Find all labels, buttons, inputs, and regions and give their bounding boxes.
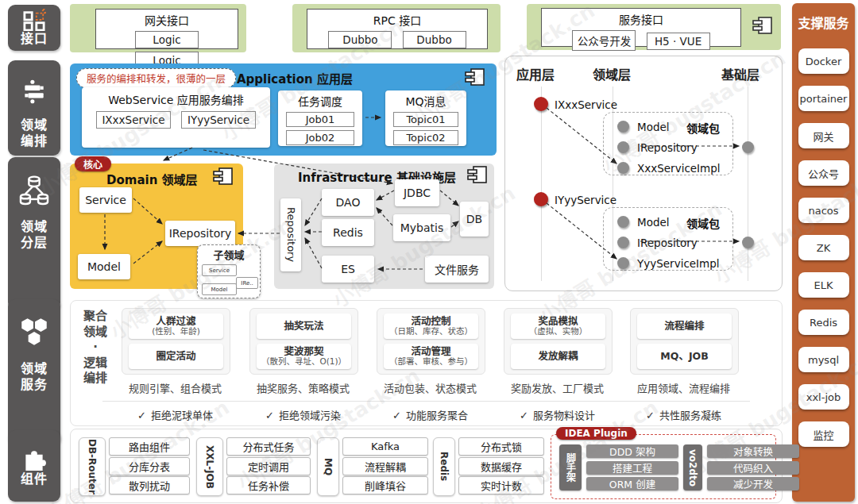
card-title: 圈定活动: [156, 351, 195, 362]
component-icon: [465, 68, 485, 86]
support-services-title: 支撑服务: [798, 13, 848, 32]
sub-ire-box: IRe..: [236, 277, 258, 289]
card-title: 抽奖玩法: [284, 321, 323, 332]
rpc-interface-panel: RPC 接口 Dubbo Dubbo: [292, 4, 500, 52]
sub-domain-box: 子领域 Service IRe.. Model: [197, 244, 261, 298]
xxl-job-items: 分布式任务 定时调用 任务补偿: [226, 437, 311, 494]
agg-card: 发放解耦: [511, 344, 605, 369]
agg-card: 人群过滤 (性别、年龄): [129, 314, 223, 339]
agg-check: ✓功能服务聚合: [361, 407, 500, 422]
support-service-wechat: 公众号: [798, 160, 849, 186]
support-service-zk: ZK: [798, 235, 849, 260]
xxl-job-tile: XXL-JOB: [196, 437, 223, 496]
irepository-label: IRepository: [637, 237, 698, 249]
wechat-dev-button: 公众号开发: [572, 30, 636, 51]
gateway-interface-title: 网关接口: [96, 12, 238, 28]
check-icon: ✓: [265, 410, 274, 421]
impl-dot: [617, 257, 629, 269]
app-layer-header: 应用层: [516, 64, 555, 83]
card-title: 活动控制: [411, 316, 450, 327]
gateway-interface-box: 网关接口 Logic Logic: [95, 9, 238, 49]
check-text: 共性服务凝练: [659, 410, 721, 421]
redis-items: 分布式锁 数据缓存 实时计数: [458, 437, 544, 494]
agg-group-lottery: 抽奖玩法 斐波那契 （散列、寻址、O(1)）: [249, 308, 358, 375]
redis-tile: Redis: [433, 437, 455, 496]
sidebar-item-orchestration: 领域 编排: [8, 60, 60, 156]
agg-card: MQ、JOB: [637, 344, 732, 369]
sidebar-item-domain-services: 领域 服务: [8, 299, 60, 445]
check-text: 拒绝泥球单体: [151, 410, 213, 421]
mq-tile: MQ: [317, 437, 339, 496]
support-service-elk: ELK: [798, 272, 849, 298]
aggregation-panel: 聚合 领域 · 逻辑 编排 人群过滤 (性别、年龄) 圈定活动 抽奖玩法 斐波那…: [70, 300, 783, 426]
agg-card: 流程编排: [637, 314, 732, 339]
plugin-item: 代码织入: [707, 461, 799, 475]
sidebar-item-interface: 接口: [8, 5, 60, 51]
irepository-dot: [617, 237, 629, 248]
card-sub: （部署、审核、参与）: [389, 357, 473, 367]
impl-dot: [617, 162, 629, 174]
service-interface-title: 服务接口: [542, 11, 740, 27]
agg-group-crowd: 人群过滤 (性别、年龄) 圈定活动: [122, 308, 230, 375]
orchestration-icon: [21, 78, 48, 105]
infrastructure-layer-panel: Infrastructure 基础设施层 Repository DAO Redi…: [274, 164, 494, 289]
sidebar-label: 领域 编排: [21, 117, 48, 149]
domain-package-label: 领域包: [686, 120, 720, 136]
support-service-xxljob: xxl-job: [798, 384, 849, 410]
service-interface-box: 服务接口 公众号开发 H5 · VUE: [541, 8, 741, 47]
model-dot: [617, 216, 629, 228]
webservice-box: WebService 应用服务编排 IXxxService IYyyServic…: [82, 87, 270, 148]
db-box: DB: [460, 202, 489, 237]
mq-message-title: MQ消息: [385, 93, 466, 109]
file-service-box: 文件服务: [425, 256, 489, 283]
agg-check: ✓共性服务凝练: [614, 407, 753, 422]
logic-button: Logic: [135, 31, 199, 48]
agg-caption: 活动包装、状态模式: [361, 380, 500, 394]
aggregation-label: 聚合 领域 · 逻辑 编排: [77, 309, 114, 387]
support-services-panel: 支撑服务 Docker portainer 网关 公众号 nacos ZK EL…: [792, 3, 855, 502]
card-sub: (性别、年龄): [152, 327, 200, 337]
iyyyservice-label: IYyyService: [555, 194, 616, 206]
card-title: 人群过滤: [156, 316, 195, 327]
component-item: 实时计数: [458, 476, 544, 494]
idea-plugin-badge: IDEA Plugin: [556, 427, 636, 440]
redis-box: Redis: [322, 219, 374, 246]
app-layer-line: [541, 87, 542, 281]
core-badge: 核心: [75, 156, 111, 171]
component-item: 削峰填谷: [342, 476, 428, 494]
topic01-item: Topic01: [393, 112, 458, 127]
model-box: Model: [78, 254, 130, 279]
irepository-box: IRepository: [165, 221, 235, 246]
check-text: 功能服务聚合: [406, 410, 468, 421]
modules-icon: [22, 9, 46, 31]
rpc-interface-box: RPC 接口 Dubbo Dubbo: [307, 9, 488, 49]
domain-layer-panel: 核心 Domain 领域层 Service IRepository Model …: [70, 164, 243, 289]
service-interface-panel: 服务接口 公众号开发 H5 · VUE: [527, 4, 781, 50]
support-service-nacos: nacos: [798, 198, 849, 223]
jdbc-box: JDBC: [395, 179, 439, 206]
job01-item: Job01: [286, 112, 354, 127]
model-dot: [617, 121, 629, 133]
component-icon: [213, 167, 234, 185]
base-layer-header: 基础层: [721, 64, 759, 83]
vo2dto-tile: vo2dto: [683, 444, 702, 491]
topic02-item: Topic02: [393, 130, 458, 145]
support-service-redis: Redis: [798, 310, 849, 335]
support-service-gateway: 网关: [798, 123, 849, 148]
sidebar-label: 领域 服务: [21, 361, 48, 393]
component-item: 定时调用: [226, 457, 311, 475]
agg-group-award: 奖品模拟 （虚拟、实物） 发放解耦: [504, 308, 613, 375]
base-layer-dot: [742, 141, 754, 153]
irepository-label: IRepository: [637, 141, 698, 154]
check-icon: ✓: [392, 410, 401, 421]
layering-diagram-panel: 应用层 领域层 基础层 IXxxService Model 领域包 IRepos…: [504, 56, 783, 291]
support-service-portainer: portainer: [798, 86, 849, 111]
divider: [102, 401, 750, 402]
agg-check: ✓拒绝领域污染: [234, 407, 373, 422]
agg-card: 圈定活动: [129, 344, 223, 369]
component-item: 路由组件: [109, 437, 190, 456]
db-router-tile: DB-Router: [79, 437, 106, 496]
component-item: 分布式锁: [458, 437, 544, 456]
card-title: MQ、JOB: [660, 351, 708, 362]
agg-group-activity: 活动控制 （日期、库存、状态） 活动管理 （部署、审核、参与）: [377, 308, 485, 375]
